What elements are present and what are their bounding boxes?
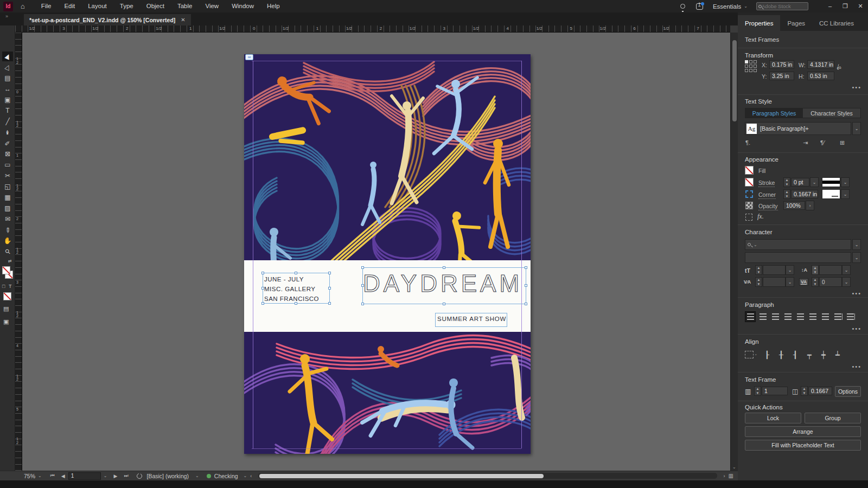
redefine-style-icon[interactable]: ⇥: [803, 139, 808, 146]
frame-handle[interactable]: [328, 302, 331, 305]
tool-eyedropper[interactable]: ✐: [2, 225, 13, 235]
scroll-left-icon[interactable]: ‹: [250, 473, 252, 479]
frame-handle[interactable]: [261, 272, 264, 274]
postcard-page[interactable]: ∞ JUNE - JULY MISC. GALLERY SAN FRANCISC…: [244, 54, 531, 454]
frame-handle[interactable]: [328, 272, 331, 274]
constrain-proportions-icon[interactable]: ∞: [835, 63, 843, 72]
vertical-ruler[interactable]: 1 201 211 221 231 241 251 26: [15, 33, 22, 471]
tool-frame[interactable]: ⊠: [2, 149, 13, 159]
menu[interactable]: Object: [140, 0, 171, 12]
last-page-button[interactable]: ⏭: [124, 473, 128, 479]
menu[interactable]: View: [199, 0, 225, 12]
menu[interactable]: Edit: [58, 0, 81, 12]
stroke-weight-chevron[interactable]: ⌄: [810, 177, 819, 187]
gutter-stepper[interactable]: ▲▼: [801, 386, 808, 396]
subtitle-text-frame[interactable]: SUMMER ART SHOW: [435, 313, 507, 327]
chevron-down-icon[interactable]: ⌄: [104, 473, 107, 478]
tracking-value[interactable]: 0: [819, 277, 842, 287]
leading-value[interactable]: [819, 265, 842, 275]
tab-close-icon[interactable]: ✕: [181, 17, 185, 23]
x-field[interactable]: [769, 60, 794, 69]
style-tab-paragraph-styles[interactable]: Paragraph Styles: [745, 108, 803, 118]
paragraph-align-align-right[interactable]: [770, 311, 781, 322]
frame-handle[interactable]: [443, 266, 445, 269]
y-field[interactable]: [769, 72, 794, 80]
tool-free-transform[interactable]: ◱: [2, 182, 13, 191]
horizontal-scrollbar[interactable]: [258, 473, 717, 479]
panel-tab-pages[interactable]: Pages: [780, 15, 812, 31]
tool-zoom[interactable]: ⚲: [2, 247, 13, 256]
kerning-value[interactable]: [763, 277, 786, 287]
tool-page[interactable]: ▤: [2, 73, 13, 83]
zoom-level-select[interactable]: 75% ⌄: [24, 473, 42, 479]
columns-field[interactable]: [762, 387, 788, 395]
search-input[interactable]: [762, 3, 796, 9]
pilcrow-icon[interactable]: ¶.: [745, 139, 750, 146]
workspace-switcher[interactable]: Essentials ⌄: [713, 3, 748, 10]
preflight-preset[interactable]: [Basic] (working): [146, 473, 189, 479]
frame-handle[interactable]: [525, 266, 527, 269]
frame-handle[interactable]: [295, 302, 297, 305]
title-text-frame[interactable]: DAYDREAM: [362, 267, 526, 304]
scroll-down-icon[interactable]: ⌄: [732, 465, 736, 470]
page-number-field[interactable]: [68, 472, 101, 480]
align-more-options[interactable]: •••: [852, 363, 861, 370]
align-align-left[interactable]: ┠: [762, 349, 773, 360]
paragraph-more-options[interactable]: •••: [852, 325, 861, 332]
next-page-button[interactable]: ▶: [113, 473, 117, 479]
frame-handle[interactable]: [361, 266, 364, 269]
paragraph-align-align-toward-spine[interactable]: [832, 311, 843, 322]
w-field[interactable]: [807, 60, 834, 69]
horizontal-ruler[interactable]: 1/231/221/211/201/211/221/231/241/251/26…: [15, 25, 730, 33]
menu[interactable]: Table: [171, 0, 199, 12]
columns-stepper[interactable]: ▲▼: [754, 386, 761, 396]
document-tab[interactable]: *set-up-a-postcard_END_V2.indd @ 150% [C…: [24, 14, 191, 25]
menu[interactable]: Layout: [81, 0, 113, 12]
tool-gap[interactable]: ↔: [2, 84, 13, 94]
minimize-button[interactable]: –: [822, 0, 838, 12]
font-size-stepper[interactable]: ▲▼: [755, 265, 762, 275]
stroke-style-chevron[interactable]: ⌄: [841, 177, 850, 187]
horizontal-scrollbar-thumb[interactable]: [259, 474, 544, 478]
gutter-field[interactable]: [808, 387, 832, 395]
close-button[interactable]: ✕: [853, 0, 868, 12]
stroke-label[interactable]: Stroke: [758, 179, 775, 187]
tool-pencil[interactable]: ✎: [2, 138, 13, 148]
frame-handle[interactable]: [261, 302, 264, 305]
frame-handle[interactable]: [525, 303, 527, 305]
align-to-select[interactable]: [745, 351, 754, 358]
clear-overrides-icon[interactable]: ¶⁄: [820, 139, 825, 146]
first-page-button[interactable]: ⏮: [50, 473, 55, 479]
frame-handle[interactable]: [443, 303, 445, 305]
group-button[interactable]: Group: [805, 413, 861, 423]
adobe-stock-search[interactable]: [756, 2, 808, 10]
font-family-chevron[interactable]: ⌄: [852, 239, 861, 250]
font-size-chevron[interactable]: ⌄: [786, 265, 794, 275]
menu[interactable]: Help: [260, 0, 286, 12]
vertical-scrollbar-thumb[interactable]: [732, 40, 737, 121]
tracking-chevron[interactable]: ⌄: [842, 277, 851, 287]
fill-color-swatch[interactable]: [745, 166, 754, 175]
corner-size-value[interactable]: 0.1667 in: [791, 190, 818, 198]
stroke-weight-value[interactable]: 0 pt: [791, 178, 809, 187]
paragraph-align-justify-right[interactable]: [807, 311, 818, 322]
preview-mode-icon[interactable]: ▣: [3, 318, 9, 325]
corner-style-chevron[interactable]: ⌄: [841, 189, 850, 199]
panel-tab-cc-libraries[interactable]: CC Libraries: [812, 15, 861, 31]
paragraph-align-align-away-from-spine[interactable]: [845, 311, 856, 322]
lightbulb-icon[interactable]: [680, 4, 685, 9]
corner-size-stepper[interactable]: ▲▼: [783, 189, 790, 199]
screen-mode-icon[interactable]: ▤: [3, 305, 9, 312]
transform-more-options[interactable]: •••: [852, 84, 861, 91]
formatting-text-icon[interactable]: T: [9, 284, 12, 289]
align-align-h-center[interactable]: ╂: [776, 349, 787, 360]
paragraph-align-align-center[interactable]: [757, 311, 768, 322]
paragraph-align-justify-center[interactable]: [795, 311, 806, 322]
arrange-button[interactable]: Arrange: [745, 426, 861, 437]
create-style-icon[interactable]: ⊞: [840, 139, 845, 146]
tool-hand[interactable]: ✋: [2, 236, 13, 246]
font-size-value[interactable]: [763, 265, 786, 275]
fill-with-placeholder-text-button[interactable]: Fill with Placeholder Text: [745, 440, 861, 451]
chevron-down-icon[interactable]: ⌄: [195, 473, 199, 478]
opacity-more-button[interactable]: ›: [806, 201, 814, 210]
